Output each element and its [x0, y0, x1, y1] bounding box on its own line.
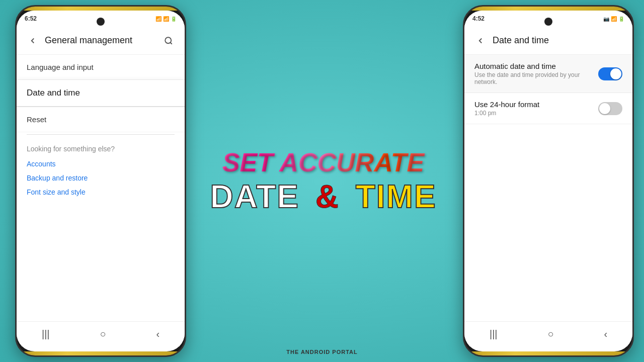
looking-for-label: Looking for something else? — [27, 145, 115, 153]
left-battery-icon: 🔋 — [171, 16, 177, 22]
separator — [27, 134, 175, 135]
left-bottom-nav: ||| ○ ‹ — [17, 321, 185, 346]
date-time-dropdown[interactable]: Date and time — [17, 80, 185, 107]
svg-line-1 — [170, 42, 172, 44]
right-status-right: 📷 📶 🔋 — [603, 16, 624, 22]
font-size-label: Font size and style — [27, 188, 86, 196]
right-wifi-icon: 📶 — [611, 16, 617, 22]
date-time-text: DATE & TIME — [191, 180, 455, 213]
reset-label: Reset — [27, 115, 46, 124]
auto-date-text: Automatic date and time Use the date and… — [474, 62, 598, 85]
24-hour-title: Use 24-hour format — [474, 100, 598, 109]
left-home-icon: ○ — [100, 328, 106, 340]
accounts-label: Accounts — [27, 160, 56, 168]
left-phone: 6:52 📶 📶 🔋 General management — [15, 5, 186, 357]
left-menu-icon: ||| — [42, 328, 50, 340]
svg-point-0 — [165, 37, 171, 43]
auto-date-toggle[interactable] — [598, 67, 622, 80]
left-menu-nav[interactable]: ||| — [42, 328, 50, 340]
auto-date-time-row[interactable]: Automatic date and time Use the date and… — [464, 55, 632, 93]
left-signal-icon: 📶 — [163, 16, 169, 22]
right-back-nav[interactable]: ‹ — [604, 328, 607, 340]
right-battery-icon: 🔋 — [618, 16, 624, 22]
left-app-header: General management — [17, 27, 185, 55]
left-back-button[interactable] — [25, 33, 41, 49]
language-input-item[interactable]: Language and input — [17, 55, 185, 80]
left-back-nav[interactable]: ‹ — [156, 328, 159, 340]
looking-for-text: Looking for something else? — [17, 137, 185, 157]
right-header-title: Date and time — [493, 35, 624, 46]
left-wifi-icon: 📶 — [155, 16, 162, 22]
accounts-link[interactable]: Accounts — [17, 157, 185, 171]
left-status-left: 6:52 — [25, 15, 37, 22]
right-app-header: Date and time — [464, 27, 632, 55]
left-search-button[interactable] — [160, 33, 177, 49]
right-home-nav[interactable]: ○ — [547, 328, 553, 340]
24-hour-text: Use 24-hour format 1:00 pm — [474, 100, 598, 117]
set-accurate-text: SET ACCURATE — [191, 149, 455, 175]
backup-restore-link[interactable]: Backup and restore — [17, 171, 185, 185]
backup-restore-label: Backup and restore — [27, 174, 88, 182]
left-header-title: General management — [45, 35, 160, 46]
left-status-right: 📶 📶 🔋 — [155, 16, 177, 22]
right-menu-icon: ||| — [490, 328, 498, 340]
watermark-text: THE ANDROID PORTAL — [286, 349, 357, 355]
right-home-icon: ○ — [547, 328, 553, 340]
date-text: DATE — [210, 178, 299, 215]
ampersand-text: & — [315, 178, 340, 215]
watermark: THE ANDROID PORTAL — [286, 349, 357, 355]
24-hour-subtitle: 1:00 pm — [474, 110, 598, 117]
24-hour-format-row[interactable]: Use 24-hour format 1:00 pm — [464, 93, 632, 124]
left-phone-screen: 6:52 📶 📶 🔋 General management — [17, 11, 185, 351]
24-hour-toggle[interactable] — [598, 102, 622, 115]
right-back-button[interactable] — [472, 33, 489, 49]
auto-date-subtitle: Use the date and time provided by your n… — [474, 71, 598, 85]
reset-item[interactable]: Reset — [17, 107, 185, 132]
right-camera-icon: 📷 — [603, 16, 609, 22]
right-camera — [544, 18, 552, 26]
center-overlay: SET ACCURATE DATE & TIME — [191, 149, 455, 213]
time-text: TIME — [356, 178, 437, 215]
left-home-nav[interactable]: ○ — [100, 328, 106, 340]
left-status-time: 6:52 — [25, 15, 37, 22]
right-menu-nav[interactable]: ||| — [490, 328, 498, 340]
auto-date-title: Automatic date and time — [474, 62, 598, 70]
language-input-label: Language and input — [27, 63, 94, 71]
right-phone-screen: 4:52 📷 📶 🔋 Date and time Automatic date … — [464, 11, 632, 351]
left-camera — [97, 18, 105, 26]
font-size-link[interactable]: Font size and style — [17, 185, 185, 199]
right-status-left: 4:52 — [472, 15, 485, 22]
right-phone: 4:52 📷 📶 🔋 Date and time Automatic date … — [463, 5, 634, 357]
right-back-icon: ‹ — [604, 328, 607, 340]
date-time-label: Date and time — [27, 88, 80, 98]
right-bottom-nav: ||| ○ ‹ — [464, 321, 632, 346]
left-back-icon: ‹ — [156, 328, 159, 340]
right-status-time: 4:52 — [472, 15, 485, 22]
